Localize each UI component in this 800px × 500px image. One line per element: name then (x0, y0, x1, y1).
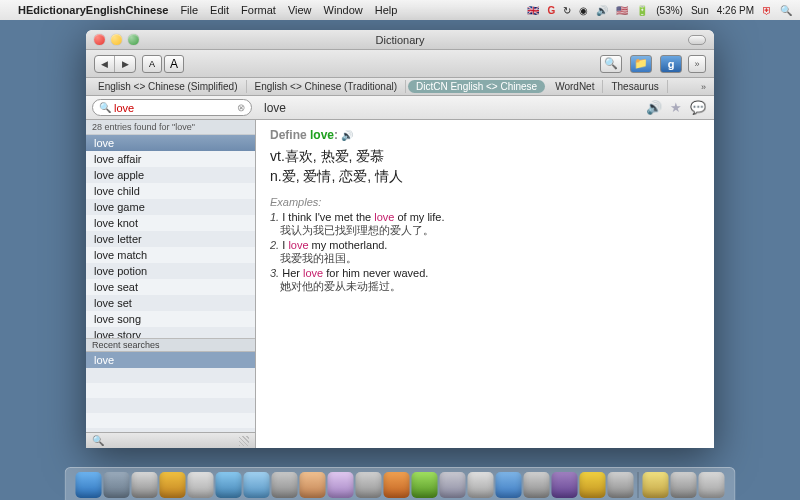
recent-item[interactable]: love (86, 352, 255, 368)
window-title: Dictionary (86, 34, 714, 46)
tab-wordnet[interactable]: WordNet (547, 80, 603, 93)
menu-help[interactable]: Help (375, 4, 398, 16)
titlebar[interactable]: Dictionary (86, 30, 714, 50)
list-item[interactable]: love affair (86, 151, 255, 167)
spotlight-icon[interactable]: 🔍 (780, 5, 792, 16)
definition-pane[interactable]: Define love: 🔊 vt.喜欢, 热爱, 爱慕 n.爱, 爱情, 恋爱… (256, 120, 714, 448)
sidebar-footer: 🔍 (86, 432, 255, 448)
tab-simplified[interactable]: English <> Chinese (Simplified) (90, 80, 247, 93)
list-item[interactable]: love song (86, 311, 255, 327)
dock-app-icon[interactable] (132, 472, 158, 498)
audio-icon[interactable]: 🔊 (341, 130, 353, 141)
dictionary-tabs: English <> Chinese (Simplified) English … (86, 78, 714, 96)
entries-list[interactable]: love love affair love apple love child l… (86, 135, 255, 338)
nav-forward-button[interactable]: ▶ (115, 56, 135, 72)
example-line: 3. Her love for him never waved.她对他的爱从未动… (270, 267, 700, 294)
battery-icon[interactable]: 🔋 (636, 5, 648, 16)
spotlight-footer-icon[interactable]: 🔍 (92, 435, 104, 446)
menu-view[interactable]: View (288, 4, 312, 16)
app-name[interactable]: HEdictionaryEnglishChinese (18, 4, 168, 16)
search-input[interactable] (114, 102, 237, 114)
flag-icon[interactable]: 🇬🇧 (527, 5, 539, 16)
toolbar-overflow-button[interactable]: » (688, 55, 706, 73)
dictionary-window: Dictionary ◀ ▶ A A 🔍 📁 g » English <> Ch… (86, 30, 714, 448)
recent-list[interactable]: love (86, 352, 255, 432)
dock-app-icon[interactable] (671, 472, 697, 498)
speak-icon[interactable]: 🔊 (646, 100, 662, 115)
dock-app-icon[interactable] (468, 472, 494, 498)
toolbar-toggle-button[interactable] (688, 35, 706, 45)
resize-handle[interactable] (239, 436, 249, 446)
volume-icon[interactable]: 🔊 (596, 5, 608, 16)
google-icon[interactable]: G (547, 5, 555, 16)
headword-display: love (264, 101, 646, 115)
wifi-icon[interactable]: ◉ (579, 5, 588, 16)
menu-edit[interactable]: Edit (210, 4, 229, 16)
nav-back-button[interactable]: ◀ (95, 56, 115, 72)
sidebar: 28 entries found for "love" love love af… (86, 120, 256, 448)
recent-searches-header: Recent searches (86, 338, 255, 352)
dock-app-icon[interactable] (244, 472, 270, 498)
dock-app-icon[interactable] (300, 472, 326, 498)
list-item[interactable]: love child (86, 183, 255, 199)
list-item[interactable]: love letter (86, 231, 255, 247)
clear-search-button[interactable]: ⊗ (237, 102, 245, 113)
search-row: 🔍 ⊗ love 🔊 ★ 💬 (86, 96, 714, 120)
list-item[interactable]: love (86, 135, 255, 151)
dock-app-icon[interactable] (328, 472, 354, 498)
list-item[interactable]: love set (86, 295, 255, 311)
window-body: 28 entries found for "love" love love af… (86, 120, 714, 448)
dock-app-icon[interactable] (160, 472, 186, 498)
clock-time: 4:26 PM (717, 5, 754, 16)
shield-icon[interactable]: ⛨ (762, 5, 772, 16)
system-menubar: HEdictionaryEnglishChinese File Edit For… (0, 0, 800, 20)
tab-dictcn[interactable]: DictCN English <> Chinese (408, 80, 545, 93)
list-item[interactable]: love story (86, 327, 255, 338)
dock-app-icon[interactable] (440, 472, 466, 498)
list-item[interactable]: love seat (86, 279, 255, 295)
sync-icon[interactable]: ↻ (563, 5, 571, 16)
menu-format[interactable]: Format (241, 4, 276, 16)
dock-app-icon[interactable] (524, 472, 550, 498)
folder-tool-button[interactable]: 📁 (630, 55, 652, 73)
tabs-overflow-button[interactable]: » (701, 82, 710, 92)
list-item[interactable]: love knot (86, 215, 255, 231)
dock-app-icon[interactable] (496, 472, 522, 498)
font-larger-button[interactable]: A (164, 55, 184, 73)
menu-window[interactable]: Window (324, 4, 363, 16)
clock-day: Sun (691, 5, 709, 16)
google-tool-button[interactable]: g (660, 55, 682, 73)
menu-file[interactable]: File (180, 4, 198, 16)
note-icon[interactable]: 💬 (690, 100, 706, 115)
define-heading: Define love: 🔊 (270, 128, 700, 142)
list-item[interactable]: love game (86, 199, 255, 215)
dock (65, 467, 736, 500)
dock-app-icon[interactable] (412, 472, 438, 498)
list-item[interactable]: love apple (86, 167, 255, 183)
us-flag-icon[interactable]: 🇺🇸 (616, 5, 628, 16)
dock-finder-icon[interactable] (76, 472, 102, 498)
dock-app-icon[interactable] (104, 472, 130, 498)
favorite-icon[interactable]: ★ (670, 100, 682, 115)
results-count: 28 entries found for "love" (86, 120, 255, 135)
example-line: 1. I think I've met the love of my life.… (270, 211, 700, 238)
dock-app-icon[interactable] (580, 472, 606, 498)
dock-app-icon[interactable] (272, 472, 298, 498)
dock-app-icon[interactable] (216, 472, 242, 498)
dock-app-icon[interactable] (552, 472, 578, 498)
zoom-tool-button[interactable]: 🔍 (600, 55, 622, 73)
tab-traditional[interactable]: English <> Chinese (Traditional) (247, 80, 406, 93)
dock-app-icon[interactable] (188, 472, 214, 498)
font-smaller-button[interactable]: A (142, 55, 162, 73)
examples-header: Examples: (270, 196, 700, 208)
list-item[interactable]: love match (86, 247, 255, 263)
tab-thesaurus[interactable]: Thesaurus (603, 80, 667, 93)
search-icon: 🔍 (99, 102, 111, 113)
dock-app-icon[interactable] (384, 472, 410, 498)
list-item[interactable]: love potion (86, 263, 255, 279)
dock-trash-icon[interactable] (699, 472, 725, 498)
dock-app-icon[interactable] (643, 472, 669, 498)
status-icons: 🇬🇧 G ↻ ◉ 🔊 🇺🇸 🔋 (53%) Sun 4:26 PM ⛨ 🔍 (527, 5, 792, 16)
dock-app-icon[interactable] (608, 472, 634, 498)
dock-app-icon[interactable] (356, 472, 382, 498)
